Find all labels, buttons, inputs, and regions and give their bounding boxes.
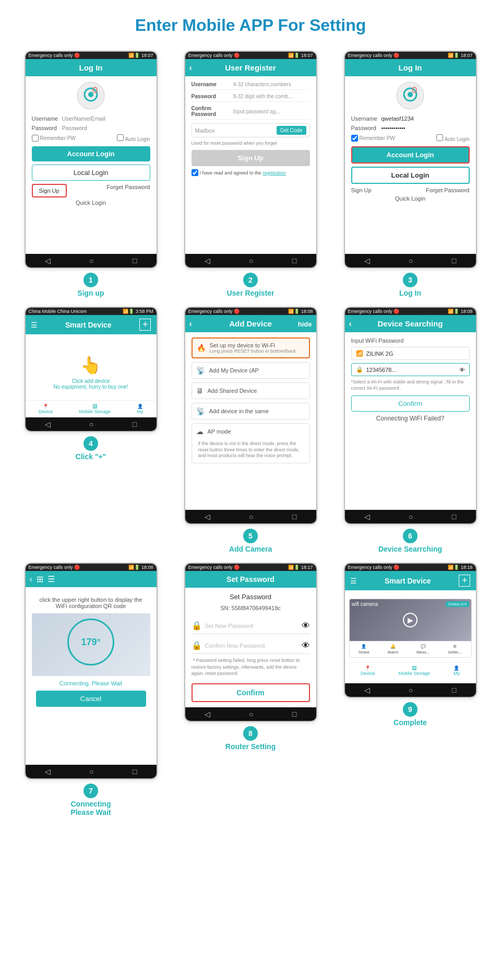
eye-icon-confirm-8[interactable]: 👁 — [302, 641, 310, 650]
signup-link-3[interactable]: Sign Up — [351, 187, 372, 193]
confirm-btn-6[interactable]: Confirm — [351, 395, 470, 412]
bottom-device-9[interactable]: 📍 Device — [361, 666, 375, 676]
nav-back-5[interactable]: ◁ — [205, 512, 210, 521]
step-circle-3: 3 — [403, 273, 418, 287]
local-login-btn-3[interactable]: Local Login — [351, 167, 470, 184]
bottom-storage-9[interactable]: 🖼 Mobile Storage — [398, 666, 430, 676]
share-icon-9: 👤 — [361, 644, 366, 649]
nav-square-4[interactable]: □ — [133, 420, 137, 428]
status-left-1: Emergency calls only 🔴 — [29, 53, 80, 58]
nav-square-3[interactable]: □ — [452, 256, 456, 265]
add-shared-option-5[interactable]: 🖥 Add Shared Device — [192, 382, 310, 399]
mailbox-input-2[interactable]: Mailbox — [195, 127, 277, 134]
nav-square-2[interactable]: □ — [292, 256, 296, 265]
agree-checkbox-2[interactable] — [192, 169, 198, 176]
nav-square-7[interactable]: □ — [133, 767, 137, 776]
page-title: Enter Mobile APP For Setting — [0, 0, 501, 45]
menu-icon-4[interactable]: ☰ — [31, 321, 38, 329]
add-my-device-option-5[interactable]: 📡 Add My Device (AP — [192, 362, 310, 379]
quick-login-3[interactable]: Quick Login — [351, 195, 470, 202]
nav-home-6[interactable]: ○ — [409, 512, 413, 521]
tap-icon-4: 👆 — [80, 355, 101, 375]
nav-square-1[interactable]: □ — [133, 256, 137, 265]
step-label-3: 3 Log In — [399, 273, 421, 297]
nav-bar-9: ◁ ○ □ — [345, 683, 476, 697]
add-btn-9[interactable]: + — [459, 575, 471, 587]
step-circle-1: 1 — [84, 273, 98, 287]
local-login-btn-1[interactable]: Local Login — [32, 165, 150, 181]
remember-pw-checkbox-3[interactable] — [351, 135, 358, 142]
pw-note-8: ＊Password setting failed, long press res… — [192, 657, 310, 677]
nav-square-5[interactable]: □ — [292, 512, 296, 521]
menu-icon-9[interactable]: ☰ — [350, 577, 357, 585]
account-login-btn-3[interactable]: Account Login — [351, 146, 470, 164]
nav-home-7[interactable]: ○ — [89, 767, 93, 776]
back-arrow-7[interactable]: ‹ — [30, 575, 32, 584]
play-btn-9[interactable]: ▶ — [403, 613, 418, 627]
step-label-6: 6 Device Searrching — [378, 529, 442, 553]
nav-home-3[interactable]: ○ — [409, 256, 413, 265]
nav-back-2[interactable]: ◁ — [205, 256, 210, 265]
connecting-failed-6[interactable]: Connecting WiFi Failed? — [351, 415, 470, 422]
nav-back-1[interactable]: ◁ — [45, 256, 51, 265]
share-action-9[interactable]: 👤 Share — [359, 644, 369, 655]
alarm-action-9[interactable]: 🔔 Alarm — [388, 644, 399, 655]
signup-btn-2[interactable]: Sign Up — [192, 150, 310, 166]
bottom-my-9[interactable]: 👤 My — [454, 666, 460, 676]
get-code-btn-2[interactable]: Get Code — [277, 126, 306, 135]
cancel-btn-7[interactable]: Cancel — [36, 691, 146, 707]
nav-back-9[interactable]: ◁ — [364, 686, 370, 694]
auto-login-checkbox-1[interactable] — [117, 134, 124, 141]
forget-pw-3[interactable]: Forget Password — [426, 187, 469, 193]
nav-home-5[interactable]: ○ — [249, 512, 253, 521]
nav-back-6[interactable]: ◁ — [364, 512, 370, 521]
remember-pw-checkbox-1[interactable] — [32, 135, 39, 142]
used-for-text-2: Used for reset password when you forget — [192, 141, 310, 146]
top-bar-title-1: Log In — [79, 63, 103, 72]
eye-icon-6[interactable]: 👁 — [459, 367, 465, 373]
eye-icon-new-8[interactable]: 👁 — [302, 621, 310, 631]
bottom-my-4[interactable]: 👤 My — [137, 404, 143, 414]
nav-home-4[interactable]: ○ — [89, 420, 93, 428]
nav-back-3[interactable]: ◁ — [364, 256, 370, 265]
nav-back-4[interactable]: ◁ — [45, 420, 51, 428]
new-pw-row-8[interactable]: 🔒 Set New Password 👁 — [192, 617, 310, 634]
back-arrow-5[interactable]: ‹ — [189, 319, 192, 329]
wifi-pass-row-6[interactable]: 🔒 12345678... 👁 — [351, 363, 470, 376]
account-login-btn-1[interactable]: Account Login — [32, 146, 150, 161]
phone-body-8: Set Password SN: 556f84706499418c 🔒 Set … — [185, 588, 316, 707]
quick-login-1[interactable]: Quick Login — [32, 200, 150, 206]
camera-logo-3 — [396, 81, 425, 110]
nav-square-6[interactable]: □ — [452, 512, 456, 521]
nav-home-9[interactable]: ○ — [409, 686, 413, 694]
auto-login-checkbox-3[interactable] — [436, 134, 443, 141]
ap-mode-option-5[interactable]: ☁ AP mode if the device is not in the di… — [192, 423, 310, 463]
signup-btn-1[interactable]: Sign Up — [32, 184, 67, 197]
add-device-btn-4[interactable]: + — [139, 319, 151, 331]
phone-wrapper-6: Emergency calls only 🔴 📶🔋 18:08 ‹ Device… — [335, 307, 485, 553]
confirm-btn-8[interactable]: Confirm — [192, 683, 310, 702]
settings-action-9[interactable]: ⚙ Settin... — [448, 644, 462, 655]
back-arrow-6[interactable]: ‹ — [349, 319, 352, 329]
hide-btn-5[interactable]: hide — [298, 320, 312, 328]
bottom-storage-4[interactable]: 🖼 Mobile Storage — [79, 404, 111, 414]
forget-pw-1[interactable]: Forget Password — [106, 184, 150, 197]
add-same-text-5: Add device in the same — [209, 408, 269, 414]
add-same-option-5[interactable]: 📡 Add device in the same — [192, 403, 310, 419]
back-arrow-2[interactable]: ‹ — [189, 63, 192, 73]
nav-back-7[interactable]: ◁ — [45, 767, 51, 776]
nav-square-9[interactable]: □ — [452, 686, 456, 694]
nav-home-8[interactable]: ○ — [249, 710, 253, 718]
nav-back-8[interactable]: ◁ — [205, 710, 210, 718]
setup-wifi-option-5[interactable]: 🔥 Set up my device to Wi-Fi Long press R… — [192, 337, 310, 358]
nav-home-1[interactable]: ○ — [89, 256, 93, 265]
phone-5: Emergency calls only 🔴 📶🔋 18:08 ‹ Add De… — [184, 307, 317, 524]
confirm-pw-row-8[interactable]: 🔒 Confirm New Password 👁 — [192, 637, 310, 654]
mess-action-9[interactable]: 💬 Mess... — [416, 644, 430, 655]
sn-text-8: SN: 556f84706499418c — [192, 605, 310, 611]
bottom-device-4[interactable]: 📍 Device — [39, 404, 53, 414]
nav-home-2[interactable]: ○ — [249, 256, 253, 265]
nav-square-8[interactable]: □ — [292, 710, 296, 718]
grid-icon-7: ⊞ — [37, 574, 43, 584]
agree-link-2[interactable]: registration — [263, 170, 287, 176]
